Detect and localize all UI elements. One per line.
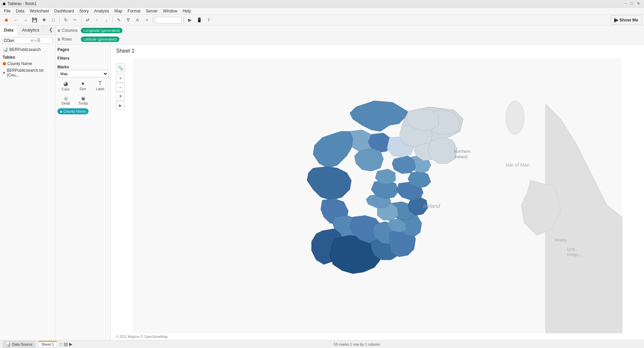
- columns-label: ≣ Columns: [57, 28, 81, 33]
- menu-server[interactable]: Server: [143, 8, 160, 14]
- label-label-text: Label: [96, 87, 104, 91]
- sidebar: Pages Filters Marks Map ◕ Color: [55, 45, 111, 340]
- search-clear-btn[interactable]: ✕: [31, 39, 34, 43]
- detail-btn[interactable]: ◎ Detail: [57, 94, 74, 107]
- table-berpublicsearch[interactable]: + BERPublicsearch.txt (Cou...: [0, 67, 55, 78]
- sort-asc-btn[interactable]: ↑: [93, 16, 101, 24]
- show-me-btn[interactable]: ▶ Show Me: [610, 15, 642, 24]
- view-icon[interactable]: ☰: [37, 38, 41, 43]
- tooltip-btn[interactable]: ▿: [143, 16, 151, 24]
- sep2: [81, 17, 82, 23]
- menu-bar: File Data Worksheet Dashboard Story Anal…: [0, 7, 644, 15]
- group-btn[interactable]: ∇: [124, 16, 132, 24]
- color-btn[interactable]: ◕ Color: [57, 79, 74, 93]
- show-me-icon: ▶: [614, 17, 618, 23]
- table-county-name[interactable]: County Name: [0, 60, 55, 67]
- search-input-field[interactable]: [4, 38, 31, 43]
- label-btn[interactable]: A: [133, 16, 142, 24]
- svg-point-1: [506, 101, 524, 134]
- menu-worksheet[interactable]: Worksheet: [27, 8, 52, 14]
- title-bar-left: ■ Tableau - Book1: [3, 1, 37, 6]
- search-input[interactable]: [155, 17, 182, 23]
- share-btn[interactable]: ⇧: [204, 16, 213, 24]
- size-btn[interactable]: ● Size: [74, 79, 91, 93]
- story-icon[interactable]: ▶: [69, 342, 72, 347]
- minimize-btn[interactable]: −: [623, 1, 628, 6]
- menu-format[interactable]: Format: [125, 8, 143, 14]
- svg-text:Wales: Wales: [555, 237, 567, 242]
- data-source-tab[interactable]: 📊 Data Source: [3, 341, 36, 348]
- table-berpublicsearch-label: BERPublicsearch.txt (Cou...: [7, 68, 52, 77]
- rows-shelf: ≣ Rows Latitude (generated): [55, 35, 644, 44]
- data-source-item[interactable]: 📊 BERPublicsearch: [0, 46, 55, 53]
- forward-btn[interactable]: →: [21, 16, 30, 24]
- columns-icon: ≣: [57, 28, 60, 33]
- menu-data[interactable]: Data: [13, 8, 27, 14]
- map-zoom-in-btn[interactable]: +: [116, 74, 125, 82]
- tables-label: Tables: [0, 53, 55, 60]
- map-zoom-out-btn[interactable]: −: [116, 83, 125, 92]
- map-expand-btn[interactable]: ▶: [116, 101, 125, 110]
- left-panel-close-btn[interactable]: ❮: [47, 25, 55, 35]
- tooltip-btn[interactable]: ▣ Tooltip: [75, 94, 92, 107]
- label-btn[interactable]: T Label: [92, 79, 108, 93]
- menu-analysis[interactable]: Analysis: [92, 8, 112, 14]
- close-btn[interactable]: ✕: [636, 1, 641, 6]
- menu-story[interactable]: Story: [77, 8, 92, 14]
- show-me-label: Show Me: [620, 17, 638, 22]
- device-btn[interactable]: 📱: [195, 16, 204, 24]
- map-pin-btn[interactable]: ✦: [116, 92, 125, 101]
- menu-help[interactable]: Help: [180, 8, 194, 14]
- tab-data[interactable]: Data: [0, 25, 18, 35]
- filter-icon[interactable]: ▿: [34, 38, 36, 43]
- status-bar: 📊 Data Source Sheet 1 □ ▤ ▶ 55 marks 1 r…: [0, 340, 644, 348]
- sep4: [153, 17, 153, 23]
- county-pill-icon: ■: [60, 110, 62, 113]
- add-datasource-btn[interactable]: ✚: [40, 16, 48, 24]
- table-county-name-label: County Name: [7, 61, 32, 66]
- latitude-pill[interactable]: Latitude (generated): [81, 37, 119, 42]
- redo-btn[interactable]: ↼: [71, 16, 79, 24]
- sep3: [112, 17, 113, 23]
- svg-text:Northern: Northern: [454, 149, 471, 154]
- sheet1-tab[interactable]: Sheet 1: [38, 341, 57, 347]
- highlight-btn[interactable]: ✎: [114, 16, 123, 24]
- plus-icon: +: [3, 70, 5, 75]
- map-area[interactable]: Sheet 1 🔍 + − ✦ ▶: [111, 45, 644, 340]
- menu-dashboard[interactable]: Dashboard: [52, 8, 77, 14]
- map-attribution: © 2021 Mapbox © OpenStreetMap: [116, 335, 168, 339]
- left-panel: Data Analytics ❮ ✕ ▿ ☰ 📊 BERPublicsearch…: [0, 25, 55, 340]
- county-name-pill-label: County Name: [63, 109, 86, 113]
- search-field[interactable]: ✕ ▿ ☰: [2, 37, 53, 44]
- menu-map[interactable]: Map: [112, 8, 125, 14]
- maximize-btn[interactable]: □: [629, 1, 634, 6]
- sheet-title: Sheet 1: [111, 45, 644, 56]
- color-label: Color: [62, 88, 70, 91]
- menu-file[interactable]: File: [1, 8, 13, 14]
- longitude-pill[interactable]: Longitude (generated): [81, 28, 122, 33]
- save-btn[interactable]: 💾: [30, 16, 39, 24]
- tab-analytics[interactable]: Analytics: [18, 25, 44, 35]
- add-sheet-icon[interactable]: □: [60, 342, 62, 347]
- pages-label: Pages: [57, 47, 108, 53]
- menu-window[interactable]: Window: [160, 8, 180, 14]
- paste-btn[interactable]: □: [49, 16, 58, 24]
- tableau-logo-btn[interactable]: ■: [2, 16, 11, 24]
- map-search-btn[interactable]: 🔍: [116, 63, 125, 72]
- center-area: ≣ Columns Longitude (generated) ≣ Rows L…: [55, 25, 644, 340]
- main-layout: Data Analytics ❮ ✕ ▿ ☰ 📊 BERPublicsearch…: [0, 25, 644, 340]
- data-source-label: Data Source: [12, 342, 33, 346]
- back-btn[interactable]: ←: [11, 16, 20, 24]
- sort-desc-btn[interactable]: ↓: [102, 16, 111, 24]
- present-btn[interactable]: ▶: [185, 16, 194, 24]
- svg-text:Kingd...: Kingd...: [567, 252, 582, 257]
- dashboard-icon[interactable]: ▤: [64, 342, 68, 347]
- label-icon: T: [98, 80, 102, 86]
- undo-btn[interactable]: ↻: [61, 16, 70, 24]
- datasource-name: BERPublicsearch: [9, 47, 41, 52]
- marks-type-select[interactable]: Map: [57, 70, 108, 77]
- county-name-pill[interactable]: ■ County Name: [57, 108, 89, 114]
- sheet1-label: Sheet 1: [41, 342, 54, 346]
- title-bar-controls[interactable]: − □ ✕: [623, 1, 641, 6]
- swap-btn[interactable]: ⇄: [83, 16, 92, 24]
